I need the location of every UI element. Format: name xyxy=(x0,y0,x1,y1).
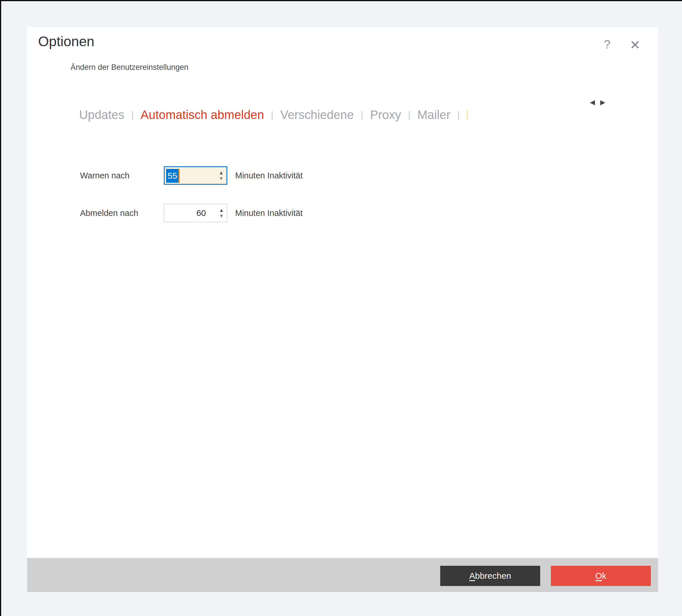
spin-up-icon[interactable]: ▲ xyxy=(219,171,224,175)
tab-verschiedene[interactable]: Verschiedene xyxy=(280,107,354,123)
warn-minutes-value: 55 xyxy=(166,169,179,183)
warn-after-label: Warnen nach xyxy=(80,166,130,185)
tab-separator: | xyxy=(408,110,410,120)
logoff-minutes-input-content: 60 xyxy=(164,204,227,222)
ok-button-label: k xyxy=(602,571,606,581)
tab-separator: | xyxy=(361,110,363,120)
tab-automatisch-abmelden[interactable]: Automatisch abmelden xyxy=(141,107,264,123)
logoff-minutes-value: 60 xyxy=(164,204,227,222)
tab-scroll-controls: ◀ ▶ xyxy=(590,99,605,105)
spin-up-icon[interactable]: ▲ xyxy=(219,208,224,212)
tab-separator: | xyxy=(131,110,133,120)
spin-down-icon[interactable]: ▼ xyxy=(219,176,224,181)
desktop-background: Optionen Ändern der Benutzereinstellunge… xyxy=(0,0,682,616)
close-icon[interactable]: ✕ xyxy=(630,38,640,52)
cancel-button[interactable]: Abbrechen xyxy=(440,566,540,586)
dialog-title: Optionen xyxy=(38,33,94,49)
cancel-button-label: bbrechen xyxy=(475,571,511,581)
cancel-button-accesskey: A xyxy=(469,571,475,581)
logoff-after-suffix: Minuten Inaktivität xyxy=(235,204,303,222)
warn-minutes-input-content: 55 xyxy=(165,167,226,184)
logoff-minutes-input[interactable]: 60 ▲ ▼ xyxy=(164,204,227,222)
warn-minutes-spinner: ▲ ▼ xyxy=(219,171,224,181)
tab-bar: Updates | Automatisch abmelden | Verschi… xyxy=(79,107,468,123)
tab-separator: | xyxy=(457,110,460,120)
dialog-subtitle: Ändern der Benutzereinstellungen xyxy=(70,63,188,72)
tab-mailer[interactable]: Mailer xyxy=(417,107,450,123)
options-dialog: Optionen Ändern der Benutzereinstellunge… xyxy=(27,27,658,592)
tab-separator: | xyxy=(271,110,273,120)
warn-minutes-input[interactable]: 55 ▲ ▼ xyxy=(164,166,227,185)
logoff-minutes-spinner: ▲ ▼ xyxy=(219,208,224,218)
dialog-footer: Abbrechen Ok xyxy=(27,558,658,592)
tab-overflow-sliver xyxy=(467,110,468,120)
help-icon[interactable]: ? xyxy=(604,38,610,51)
text-caret xyxy=(179,169,180,183)
scroll-left-icon[interactable]: ◀ xyxy=(590,99,595,105)
tab-proxy[interactable]: Proxy xyxy=(370,107,401,123)
ok-button-accesskey: O xyxy=(595,571,602,581)
ok-button[interactable]: Ok xyxy=(551,566,651,586)
logoff-after-label: Abmelden nach xyxy=(80,204,138,222)
tab-updates[interactable]: Updates xyxy=(79,107,124,123)
spin-down-icon[interactable]: ▼ xyxy=(219,214,224,218)
warn-after-suffix: Minuten Inaktivität xyxy=(235,166,303,185)
scroll-right-icon[interactable]: ▶ xyxy=(600,99,606,105)
